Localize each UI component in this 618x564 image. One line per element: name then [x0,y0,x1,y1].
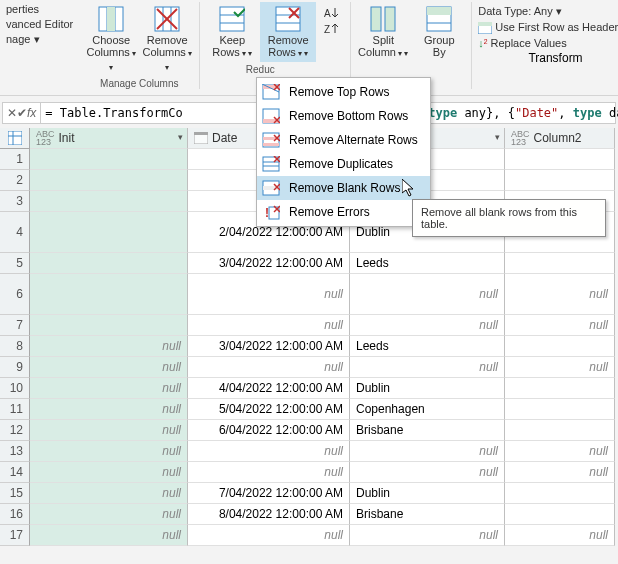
table-cell[interactable]: 8/04/2022 12:00:00 AM [188,504,350,525]
table-cell[interactable] [505,149,615,170]
table-cell[interactable]: null [505,274,615,315]
keep-rows-button[interactable]: KeepRows ▾ [204,2,260,62]
row-number[interactable]: 6 [0,274,30,315]
row-number[interactable]: 2 [0,170,30,191]
row-number[interactable]: 7 [0,315,30,336]
group-by-button[interactable]: GroupBy [411,2,467,62]
table-cell[interactable]: null [30,462,188,483]
advanced-editor-fragment[interactable]: vanced Editor [4,17,75,31]
table-cell[interactable]: null [30,483,188,504]
sort-asc-icon[interactable]: A [324,6,342,20]
formula-fx-controls[interactable]: ✕ ✔ fx [3,103,41,123]
row-number[interactable]: 14 [0,462,30,483]
row-number[interactable]: 13 [0,441,30,462]
data-type-button[interactable]: Data Type: Any ▾ [476,4,618,19]
table-cell[interactable] [505,170,615,191]
replace-values-button[interactable]: ↓² Replace Values [476,36,618,50]
table-cell[interactable]: null [350,441,505,462]
column-header-column2[interactable]: ABC123 Column2 [505,128,615,149]
use-first-row-headers-button[interactable]: Use First Row as Headers ▾ [476,20,618,35]
row-number[interactable]: 9 [0,357,30,378]
table-cell[interactable]: null [350,462,505,483]
table-cell[interactable]: 5/04/2022 12:00:00 AM [188,399,350,420]
row-number[interactable]: 5 [0,253,30,274]
table-cell[interactable]: null [350,274,505,315]
remove-rows-button[interactable]: RemoveRows ▾ [260,2,316,62]
table-cell[interactable]: null [188,357,350,378]
table-cell[interactable]: Copenhagen [350,399,505,420]
manage-fragment[interactable]: nage ▾ [4,32,75,47]
menu-item-remove-alternate-rows[interactable]: Remove Alternate Rows [257,128,430,152]
table-cell[interactable]: 3/04/2022 12:00:00 AM [188,253,350,274]
table-cell[interactable]: null [188,462,350,483]
table-cell[interactable]: null [505,441,615,462]
table-cell[interactable] [30,212,188,253]
table-cell[interactable]: null [505,357,615,378]
table-cell[interactable]: 4/04/2022 12:00:00 AM [188,378,350,399]
row-number[interactable]: 4 [0,212,30,253]
table-cell[interactable] [30,170,188,191]
table-cell[interactable]: Dublin [350,378,505,399]
cancel-formula-icon[interactable]: ✕ [7,106,17,120]
table-cell[interactable] [505,336,615,357]
menu-item-remove-bottom-rows[interactable]: Remove Bottom Rows [257,104,430,128]
table-cell[interactable]: null [30,420,188,441]
table-cell[interactable]: null [505,315,615,336]
row-number[interactable]: 10 [0,378,30,399]
table-cell[interactable] [505,378,615,399]
table-cell[interactable]: null [30,525,188,546]
table-cell[interactable]: 3/04/2022 12:00:00 AM [188,336,350,357]
table-cell[interactable]: Brisbane [350,420,505,441]
table-cell[interactable] [505,420,615,441]
row-number[interactable]: 1 [0,149,30,170]
table-cell[interactable]: null [30,399,188,420]
table-cell[interactable]: null [350,357,505,378]
properties-fragment[interactable]: perties [4,2,75,16]
table-cell[interactable]: null [350,525,505,546]
table-cell[interactable] [30,315,188,336]
table-cell[interactable]: null [30,504,188,525]
table-cell[interactable]: null [505,525,615,546]
table-cell[interactable]: Leeds [350,336,505,357]
menu-item-remove-duplicates[interactable]: Remove Duplicates [257,152,430,176]
table-cell[interactable] [505,504,615,525]
filter-chevron-icon[interactable]: ▾ [178,132,183,142]
table-cell[interactable]: Brisbane [350,504,505,525]
table-cell[interactable]: null [505,462,615,483]
row-number[interactable]: 16 [0,504,30,525]
menu-item-remove-top-rows[interactable]: Remove Top Rows [257,80,430,104]
table-cell[interactable] [505,483,615,504]
row-number[interactable]: 12 [0,420,30,441]
table-corner-icon[interactable] [0,128,30,149]
sort-desc-icon[interactable]: Z [324,22,342,36]
table-cell[interactable] [30,274,188,315]
row-number[interactable]: 17 [0,525,30,546]
row-number[interactable]: 11 [0,399,30,420]
filter-chevron-icon[interactable]: ▾ [495,132,500,142]
table-cell[interactable]: null [30,378,188,399]
table-cell[interactable] [505,399,615,420]
table-cell[interactable]: Leeds [350,253,505,274]
choose-columns-button[interactable]: ChooseColumns ▾ [83,2,139,76]
split-column-button[interactable]: SplitColumn ▾ [355,2,411,62]
table-cell[interactable]: null [188,315,350,336]
table-cell[interactable]: null [30,336,188,357]
table-cell[interactable] [30,149,188,170]
remove-columns-button[interactable]: RemoveColumns ▾ [139,2,195,76]
row-number[interactable]: 8 [0,336,30,357]
column-header-init[interactable]: ABC123 Init ▾ [30,128,188,149]
table-cell[interactable]: null [188,274,350,315]
row-number[interactable]: 3 [0,191,30,212]
row-number[interactable]: 15 [0,483,30,504]
table-cell[interactable]: null [188,441,350,462]
menu-item-remove-errors[interactable]: !Remove Errors [257,200,430,224]
table-cell[interactable] [505,253,615,274]
table-cell[interactable]: 7/04/2022 12:00:00 AM [188,483,350,504]
table-cell[interactable]: null [30,441,188,462]
table-cell[interactable]: null [188,525,350,546]
accept-formula-icon[interactable]: ✔ [17,106,27,120]
table-cell[interactable] [30,191,188,212]
table-cell[interactable]: null [30,357,188,378]
table-cell[interactable] [30,253,188,274]
table-cell[interactable]: Dublin [350,483,505,504]
